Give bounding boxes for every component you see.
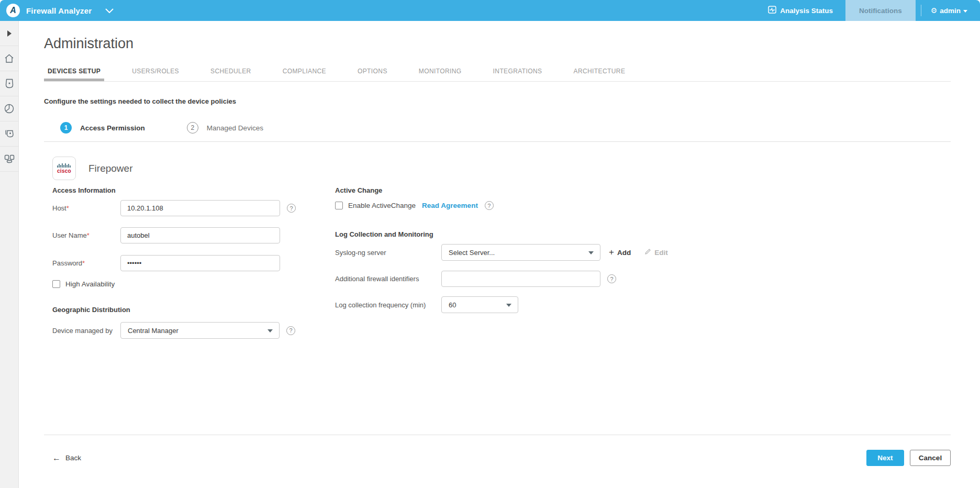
required-marker: * xyxy=(82,259,85,267)
next-button[interactable]: Next xyxy=(866,450,904,466)
back-button[interactable]: ← Back xyxy=(52,453,81,463)
host-input[interactable] xyxy=(120,200,280,216)
device-icon xyxy=(5,79,14,88)
password-label: Password* xyxy=(52,259,120,267)
device-managed-by-value: Central Manager xyxy=(128,327,179,335)
admin-caret-icon xyxy=(963,10,967,13)
clock-report-icon xyxy=(4,104,14,114)
username-row: User Name* xyxy=(52,227,335,243)
access-column: Access Information Host* ? User Name* Pa… xyxy=(44,186,335,435)
sidebar-item-device-copies[interactable] xyxy=(0,121,18,147)
password-input[interactable] xyxy=(120,255,280,271)
required-marker: * xyxy=(66,204,69,212)
devices-copy-icon xyxy=(5,129,14,139)
tab-scheduler[interactable]: SCHEDULER xyxy=(207,64,255,81)
steps-divider xyxy=(44,141,951,142)
host-row: Host* ? xyxy=(52,200,335,216)
analysis-status-button[interactable]: Analysis Status xyxy=(768,6,833,15)
plus-icon: + xyxy=(609,247,614,258)
syslog-server-value: Select Server... xyxy=(449,249,495,257)
add-syslog-server-button[interactable]: + Add xyxy=(609,247,631,258)
top-header: A Firewall Analyzer Analysis Status Noti… xyxy=(0,0,980,21)
username-label: User Name* xyxy=(52,231,120,239)
wizard-footer: ← Back Next Cancel xyxy=(44,435,951,466)
tab-compliance[interactable]: COMPLIANCE xyxy=(279,64,330,81)
device-managed-by-select[interactable]: Central Manager xyxy=(120,322,280,339)
syslog-server-row: Syslog-ng server Select Server... + Add … xyxy=(335,244,951,261)
tab-users-roles[interactable]: USERS/ROLES xyxy=(128,64,183,81)
cisco-bars-icon xyxy=(57,163,72,168)
firewall-identifiers-input[interactable] xyxy=(441,271,600,287)
access-information-heading: Access Information xyxy=(52,186,335,194)
wizard-steps: 1 Access Permission 2 Managed Devices xyxy=(44,122,951,134)
app-brand[interactable]: A Firewall Analyzer xyxy=(0,4,114,17)
back-arrow-icon: ← xyxy=(52,453,61,463)
activechange-help-icon[interactable]: ? xyxy=(485,201,494,210)
log-frequency-row: Log collection frequency (min) 60 xyxy=(335,296,951,313)
admin-tabs: DEVICES SETUP USERS/ROLES SCHEDULER COMP… xyxy=(44,64,951,82)
admin-menu[interactable]: ⚙ admin xyxy=(921,7,980,15)
device-group-icon xyxy=(4,154,15,163)
sidebar-expand-toggle[interactable] xyxy=(0,21,18,46)
left-sidebar xyxy=(0,21,19,488)
read-agreement-link[interactable]: Read Agreement xyxy=(422,202,478,209)
tab-monitoring[interactable]: MONITORING xyxy=(415,64,465,81)
tab-devices-setup[interactable]: DEVICES SETUP xyxy=(44,64,104,81)
high-availability-row: High Availability xyxy=(52,280,335,288)
device-managed-by-label: Device managed by xyxy=(52,327,120,335)
tab-architecture[interactable]: ARCHITECTURE xyxy=(570,64,629,81)
step-label: Access Permission xyxy=(80,124,145,132)
edit-label: Edit xyxy=(654,249,668,257)
sidebar-item-device-groups[interactable] xyxy=(0,147,18,172)
step-number-badge: 2 xyxy=(187,122,198,134)
step-managed-devices: 2 Managed Devices xyxy=(187,122,263,134)
firewall-identifiers-row: Additional firewall identifiers ? xyxy=(335,271,951,287)
cancel-button[interactable]: Cancel xyxy=(910,450,951,466)
step-access-permission: 1 Access Permission xyxy=(60,122,145,134)
enable-activechange-checkbox[interactable] xyxy=(335,202,343,209)
admin-user-label: admin xyxy=(940,7,961,15)
back-label: Back xyxy=(65,454,81,462)
step-number-badge: 1 xyxy=(60,122,72,134)
device-setup-form: Access Information Host* ? User Name* Pa… xyxy=(44,186,951,435)
cisco-wordmark: cisco xyxy=(57,169,71,174)
tab-options[interactable]: OPTIONS xyxy=(354,64,391,81)
device-type-name: Firepower xyxy=(88,163,132,174)
home-icon xyxy=(4,54,14,63)
host-label: Host* xyxy=(52,204,120,212)
password-row: Password* xyxy=(52,255,335,271)
page-description: Configure the settings needed to collect… xyxy=(44,97,951,105)
firewall-identifiers-label: Additional firewall identifiers xyxy=(335,275,441,283)
sidebar-item-home[interactable] xyxy=(0,46,18,71)
enable-activechange-label: Enable ActiveChange xyxy=(348,202,416,209)
main-content: Administration DEVICES SETUP USERS/ROLES… xyxy=(19,21,980,488)
dropdown-caret-icon xyxy=(268,329,273,332)
add-label: Add xyxy=(617,249,631,257)
chevron-down-icon[interactable] xyxy=(105,8,114,13)
device-managed-by-row: Device managed by Central Manager ? xyxy=(52,322,335,339)
edit-syslog-server-button[interactable]: Edit xyxy=(644,248,668,257)
managed-by-help-icon[interactable]: ? xyxy=(286,326,295,335)
host-help-icon[interactable]: ? xyxy=(287,204,296,213)
sidebar-item-reports[interactable] xyxy=(0,96,18,121)
log-frequency-select[interactable]: 60 xyxy=(441,296,518,313)
app-title: Firewall Analyzer xyxy=(26,6,92,15)
username-input[interactable] xyxy=(120,227,280,243)
geographic-distribution-heading: Geographic Distribution xyxy=(52,306,335,314)
enable-activechange-row: Enable ActiveChange Read Agreement ? xyxy=(335,201,951,210)
dropdown-caret-icon xyxy=(506,304,511,307)
required-marker: * xyxy=(87,231,90,239)
sidebar-item-devices[interactable] xyxy=(0,71,18,96)
syslog-server-select[interactable]: Select Server... xyxy=(441,244,600,261)
high-availability-label: High Availability xyxy=(65,280,115,288)
gear-icon: ⚙ xyxy=(931,7,938,14)
app-logo-icon: A xyxy=(6,4,20,17)
notifications-label: Notifications xyxy=(859,7,902,15)
tab-integrations[interactable]: INTEGRATIONS xyxy=(489,64,546,81)
high-availability-checkbox[interactable] xyxy=(52,280,60,288)
identifiers-help-icon[interactable]: ? xyxy=(607,274,616,283)
syslog-server-label: Syslog-ng server xyxy=(335,249,441,257)
notifications-button[interactable]: Notifications xyxy=(845,0,916,21)
device-brand-row: cisco Firepower xyxy=(44,157,951,180)
log-frequency-value: 60 xyxy=(449,301,456,309)
